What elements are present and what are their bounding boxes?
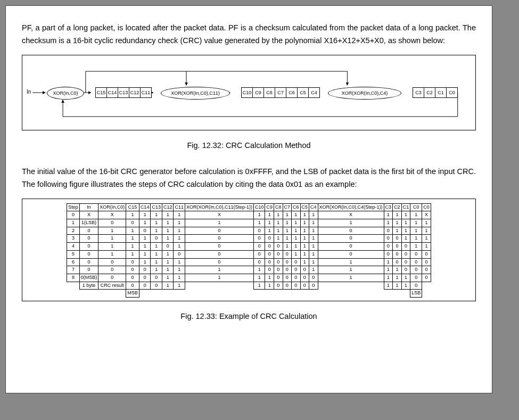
col-header: In: [79, 203, 98, 211]
crc-table: StepInXOR(In,C0)C15C14C13C12C11XOR(XOR(I…: [67, 203, 431, 298]
table-row: 11(LSB)00111111111111111111: [67, 219, 431, 227]
table-row: 6000111100000011110000: [67, 258, 431, 266]
reg-c8: C8: [263, 87, 275, 98]
col-header: XOR(In,C0): [98, 203, 126, 211]
reg-c13: C13: [118, 87, 129, 98]
reg-group-2: C10C9C8C7C6C5C4: [242, 87, 320, 98]
col-header: XOR(XOR(In,C0),C4(Step-1)): [318, 203, 384, 211]
col-header: C6: [292, 203, 301, 211]
col-header: C9: [265, 203, 274, 211]
in-label: In: [27, 89, 31, 95]
reg-c11: C11: [140, 87, 152, 98]
col-header: C8: [274, 203, 283, 211]
table-row: 5011111000000111000000: [67, 250, 431, 258]
reg-c12: C12: [129, 87, 141, 98]
reg-group-1: C15C14C13C12C11: [96, 87, 152, 98]
crc-diagram: In XOR(In,C0) C15C14C13C12C11 XOR(XOR(In…: [22, 55, 476, 130]
document-page: PF, a part of a long packet, is located …: [5, 5, 492, 393]
col-header: C0: [410, 203, 422, 211]
table-row: 7000011111000001111000: [67, 266, 431, 274]
reg-c4: C4: [308, 87, 320, 98]
reg-group-3: C3C2C1C0: [413, 87, 458, 98]
xor3-label: XOR(XOR(In,C0),C4): [342, 90, 388, 96]
reg-c14: C14: [106, 87, 118, 98]
col-header: C0: [422, 203, 431, 211]
col-header: C15: [126, 203, 139, 211]
crc-table-box: StepInXOR(In,C0)C15C14C13C12C11XOR(XOR(I…: [22, 199, 476, 301]
col-header: C11: [174, 203, 185, 211]
caption-2: Fig. 12.33: Example of CRC Calculation: [22, 312, 476, 320]
table-row: 0XX11111X1111111X1111X: [67, 211, 431, 219]
col-header: Step: [67, 203, 80, 211]
paragraph-1: PF, a part of a long packet, is located …: [22, 22, 476, 47]
xor-node-1: XOR(In,C0): [47, 87, 84, 100]
col-header: C1: [401, 203, 410, 211]
col-header: C2: [393, 203, 402, 211]
col-header: C12: [162, 203, 174, 211]
caption-1: Fig. 12.32: CRC Calculation Method: [22, 141, 476, 150]
reg-c5: C5: [297, 87, 309, 98]
reg-c0: C0: [446, 87, 458, 98]
col-header: C14: [139, 203, 151, 211]
xor2-label: XOR(XOR(In,C0),C11): [171, 90, 220, 96]
table-row: 3011101100011111000111: [67, 235, 431, 243]
table-row: 2011011100111111001111: [67, 227, 431, 235]
reg-c10: C10: [241, 87, 253, 98]
reg-c15: C15: [95, 87, 107, 98]
reg-c9: C9: [252, 87, 264, 98]
col-header: XOR(XOR(In,C0),C11(Step-1)): [185, 203, 253, 211]
xor-node-2: XOR(XOR(In,C0),C11): [161, 87, 230, 100]
reg-c6: C6: [286, 87, 298, 98]
paragraph-2: The initial value of the 16-bit CRC gene…: [22, 166, 476, 191]
table-header-row: StepInXOR(In,C0)C15C14C13C12C11XOR(XOR(I…: [67, 203, 431, 211]
col-header: C3: [384, 203, 393, 211]
col-header: C13: [151, 203, 162, 211]
reg-c7: C7: [275, 87, 286, 98]
col-header: C4: [309, 203, 318, 211]
lsb-label: LSB: [410, 290, 422, 298]
reg-c1: C1: [435, 87, 447, 98]
col-header: C7: [283, 203, 292, 211]
table-msb-lsb-row: MSBLSB: [67, 290, 431, 298]
msb-label: MSB: [126, 290, 139, 298]
xor1-label: XOR(In,C0): [53, 90, 78, 96]
reg-c3: C3: [413, 87, 424, 98]
table-row: 4011110100001111000011: [67, 243, 431, 251]
col-header: C5: [300, 203, 309, 211]
col-header: C10: [253, 203, 265, 211]
xor-node-3: XOR(XOR(In,C0),C4): [328, 87, 401, 100]
reg-c2: C2: [424, 87, 435, 98]
table-row: 80(MSB)00001111100000111100: [67, 274, 431, 282]
table-footer-row: 1 byteCRC result0001111000001110: [67, 282, 431, 290]
